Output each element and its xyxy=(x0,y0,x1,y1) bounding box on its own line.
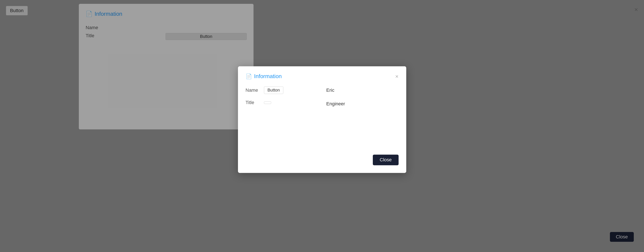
modal-name-value: Eric xyxy=(326,86,398,94)
modal-title-label: Title xyxy=(246,100,260,105)
modal-left-column: Name Button Title xyxy=(246,86,322,146)
modal-title-text: Information xyxy=(254,73,282,80)
modal-title: 📄 Information xyxy=(246,73,282,80)
modal-title-field: Title xyxy=(246,100,318,105)
modal-close-button[interactable]: Close xyxy=(373,155,398,165)
modal-name-button[interactable]: Button xyxy=(264,86,284,94)
modal-dialog: 📄 Information × Name Button Title Eric E… xyxy=(238,66,406,173)
modal-name-label: Name xyxy=(246,87,260,93)
modal-footer: Close xyxy=(246,155,398,165)
modal-body: Name Button Title Eric Engineer xyxy=(246,86,398,146)
modal-title-button[interactable] xyxy=(264,101,271,104)
modal-doc-icon: 📄 xyxy=(246,73,252,79)
modal-right-column: Eric Engineer xyxy=(322,86,398,146)
modal-title-value: Engineer xyxy=(326,100,398,108)
modal-close-x-button[interactable]: × xyxy=(395,74,398,79)
modal-header: 📄 Information × xyxy=(246,73,398,80)
modal-name-field: Name Button xyxy=(246,86,318,94)
